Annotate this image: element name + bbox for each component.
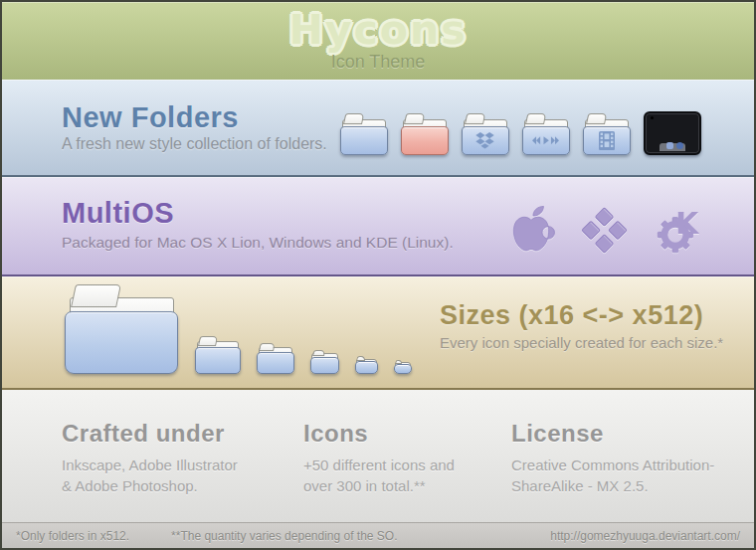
folder-tab	[198, 336, 218, 346]
apple-logo-icon	[507, 202, 555, 258]
diamond	[594, 234, 614, 254]
folder-tab	[343, 113, 365, 124]
media-folder-icon	[522, 113, 570, 155]
folder-tab	[259, 343, 276, 351]
svg-text:K: K	[675, 206, 700, 241]
footer-bar: *Only folders in x512. **The quantity va…	[2, 522, 754, 548]
folder-x40	[257, 343, 294, 374]
folder-tab	[404, 113, 426, 124]
folder-tab	[356, 356, 366, 361]
plain-folder-icon	[340, 113, 388, 155]
folder-front	[65, 311, 178, 374]
dock-item	[676, 142, 683, 149]
header-banner: Hycons Icon Theme	[2, 2, 754, 80]
dock-item	[666, 142, 673, 149]
info-title: Icons	[303, 420, 511, 448]
folder-front	[310, 357, 338, 374]
folder-tab	[465, 113, 486, 124]
app-logo: Hycons	[288, 6, 467, 54]
folder-front	[522, 126, 569, 155]
diamond	[594, 207, 614, 227]
section-new-folders: New Folders A fresh new style collection…	[2, 80, 754, 177]
folder-tab	[71, 284, 121, 307]
diamond	[581, 220, 601, 240]
info-col-crafted: Crafted under Inkscape, Adobe Illustrato…	[62, 420, 303, 522]
folder-x32	[310, 350, 339, 374]
windows-logo-icon	[579, 205, 629, 255]
section-subtitle: Every icon specially created for each si…	[440, 334, 723, 351]
info-body: Creative Commons Attribution- ShareAlike…	[511, 455, 754, 496]
folder-x16	[394, 360, 412, 374]
section-subtitle: A fresh new style collection of folders.	[62, 135, 327, 153]
video-folder-icon	[583, 113, 631, 155]
app-subtitle: Icon Theme	[2, 52, 754, 73]
footnotes: *Only folders in x512. **The quantity va…	[16, 529, 398, 543]
info-body: Inkscape, Adobe Illustrator & Adobe Phot…	[62, 455, 303, 496]
diamond	[608, 220, 628, 240]
section-title: Sizes (x16 <-> x512)	[440, 300, 703, 331]
folder-front	[355, 361, 378, 374]
folder-front	[583, 126, 630, 155]
dropbox-icon	[472, 132, 498, 148]
os-icon-row: K	[507, 201, 704, 259]
section-multios: MultiOS Packaged for Mac OS X Lion, Wind…	[2, 177, 754, 276]
section-title: MultiOS	[62, 197, 174, 230]
folder-x48	[195, 336, 241, 374]
footnote-quantity: **The quantity varies depending of the S…	[171, 529, 397, 543]
windows-diamonds	[581, 207, 628, 254]
camera-dot	[651, 116, 654, 119]
folder-front	[394, 364, 412, 374]
section-sizes: Sizes (x16 <-> x512) Every icon speciall…	[2, 276, 754, 390]
folder-front	[340, 126, 387, 155]
section-title: New Folders	[62, 101, 239, 134]
folder-tab	[525, 113, 547, 124]
desktop-screen-icon	[644, 111, 701, 155]
folder-x24	[355, 356, 378, 374]
info-col-icons: Icons +50 different icons and over 300 i…	[303, 420, 511, 522]
folder-front	[195, 347, 240, 374]
folder-tab	[395, 360, 403, 364]
folder-front	[257, 352, 293, 374]
film-strip-icon	[598, 131, 616, 150]
folder-tab	[586, 113, 608, 124]
author-url: http://gomezhyuuga.deviantart.com/	[550, 529, 740, 543]
folder-front	[462, 126, 508, 155]
playback-arrows-icon	[532, 132, 559, 148]
size-ladder-row	[64, 284, 412, 374]
info-title: Crafted under	[62, 420, 303, 448]
kde-logo-icon: K	[653, 203, 704, 257]
folder-tab	[312, 350, 325, 356]
red-folder-icon	[401, 113, 449, 155]
section-subtitle: Packaged for Mac OS X Lion, Windows and …	[62, 234, 454, 252]
folder-icon-row	[340, 111, 701, 155]
hycons-promo-page: Hycons Icon Theme New Folders A fresh ne…	[0, 0, 756, 550]
folder-x128	[64, 284, 179, 374]
info-title: License	[511, 420, 754, 448]
footnote-sizes: *Only folders in x512.	[16, 529, 129, 543]
info-col-license: License Creative Commons Attribution- Sh…	[511, 420, 754, 522]
section-info: Crafted under Inkscape, Adobe Illustrato…	[2, 390, 754, 522]
dropbox-folder-icon	[462, 113, 509, 155]
folder-front	[401, 126, 448, 155]
info-body: +50 different icons and over 300 in tota…	[303, 455, 511, 496]
